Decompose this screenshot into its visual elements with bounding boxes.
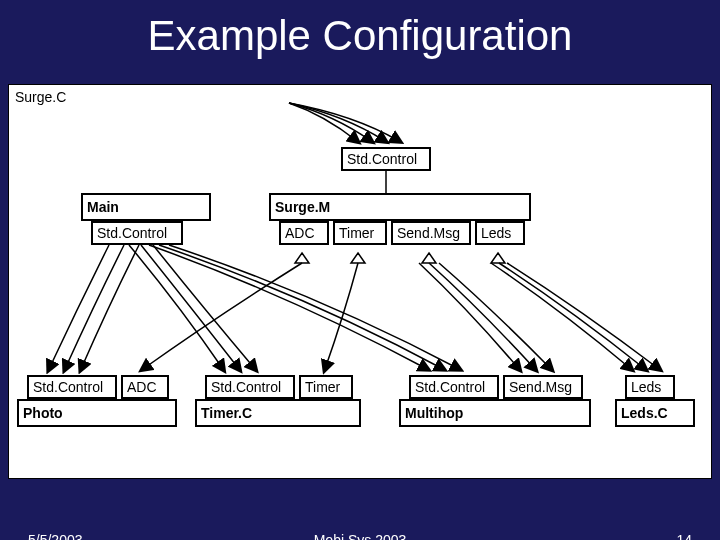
surge-adc: ADC [279,221,329,245]
container-label: Surge.C [15,89,66,105]
multihop-module: Multihop [399,399,591,427]
surge-timer: Timer [333,221,387,245]
svg-marker-2 [422,253,436,263]
ledsc-leds: Leds [625,375,675,399]
multihop-stdcontrol: Std.Control [409,375,499,399]
footer-page: 14 [676,532,692,540]
multihop-sendmsg: Send.Msg [503,375,583,399]
footer-venue: Mobi.Sys 2003 [314,532,407,540]
timerc-module: Timer.C [195,399,361,427]
photo-adc: ADC [121,375,169,399]
timerc-timer: Timer [299,375,353,399]
photo-stdcontrol: Std.Control [27,375,117,399]
svg-marker-3 [491,253,505,263]
page-title: Example Configuration [0,0,720,60]
footer-date: 5/5/2003 [28,532,83,540]
surge-stdcontrol-top: Std.Control [341,147,431,171]
photo-module: Photo [17,399,177,427]
main-stdcontrol: Std.Control [91,221,183,245]
surge-module: Surge.M [269,193,531,221]
surge-leds: Leds [475,221,525,245]
main-module: Main [81,193,211,221]
ledsc-module: Leds.C [615,399,695,427]
svg-marker-1 [351,253,365,263]
diagram-container: Surge.C Std.Control Main Std.Control Sur… [8,84,712,479]
timerc-stdcontrol: Std.Control [205,375,295,399]
svg-marker-0 [295,253,309,263]
surge-sendmsg: Send.Msg [391,221,471,245]
